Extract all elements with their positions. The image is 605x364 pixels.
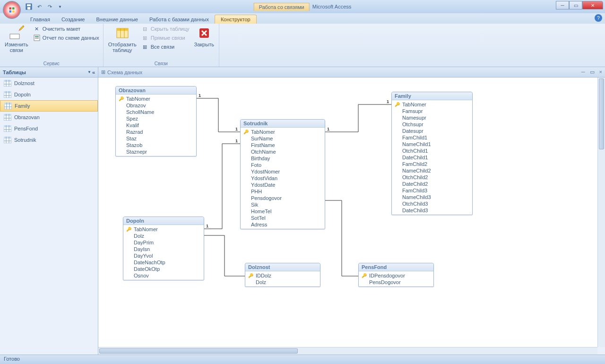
field-row[interactable]: DayYvol [125,252,202,259]
tab-create[interactable]: Создание [56,15,91,24]
show-table-button[interactable]: Отобразить таблицу [106,25,138,54]
tab-home[interactable]: Главная [25,15,56,24]
hscroll-thumb[interactable] [99,348,298,354]
nav-item-dopoln[interactable]: Dopoln [0,89,98,100]
field-row[interactable]: DateNachOtp [125,259,202,266]
field-row[interactable]: DateChild1 [394,154,470,161]
field-row[interactable]: Pensdogovor [242,195,323,201]
nav-collapse-icon[interactable]: « [92,69,95,75]
field-row[interactable]: 🔑TabNomer [394,101,470,108]
nav-item-pensfond[interactable]: PensFond [0,123,98,134]
field-row[interactable]: NameChild1 [394,141,470,147]
qat-dropdown-icon[interactable]: ▼ [56,2,64,11]
field-row[interactable]: OtchChild1 [394,147,470,154]
vscroll-thumb[interactable] [599,78,604,149]
field-row[interactable]: Foto [242,162,323,168]
field-row[interactable]: DayIsn [125,246,202,252]
field-row[interactable]: SchollName [118,109,194,115]
nav-item-dolznost[interactable]: Dolznost [0,78,98,89]
field-row[interactable]: DateChild2 [394,181,470,187]
field-row[interactable]: Staz [118,135,194,142]
close-relationships-button[interactable]: Закрыть [192,25,216,48]
field-row[interactable]: HomeTel [242,208,323,215]
field-row[interactable]: SotTel [242,215,323,221]
close-button[interactable]: ✕ [582,1,603,9]
field-row[interactable]: YdostDate [242,182,323,188]
field-row[interactable]: 🔑IDPensdogovor [361,272,432,279]
table-header[interactable]: Dopoln [123,217,204,225]
relationship-report-button[interactable]: Отчет по схеме данных [32,34,100,42]
field-row[interactable]: FamChild3 [394,187,470,194]
edit-relationships-button[interactable]: Изменить связи [3,25,30,54]
relationships-canvas[interactable]: 111111 Obrazovan🔑TabNomerObrazovSchollNa… [98,78,597,347]
vertical-scrollbar[interactable] [597,78,605,347]
field-row[interactable]: DateChild3 [394,207,470,214]
field-row[interactable]: 🔑TabNomer [125,226,202,233]
undo-icon[interactable]: ↶ [35,2,43,11]
field-row[interactable]: Stazob [118,142,194,148]
field-row[interactable]: PensDogovor [361,279,432,286]
clear-layout-button[interactable]: ✕Очистить макет [32,25,100,33]
field-row[interactable]: Dolz [247,279,318,286]
field-row[interactable]: DateOkOtp [125,266,202,272]
tab-design[interactable]: Конструктор [215,15,257,24]
field-row[interactable]: Namesupr [394,114,470,121]
field-row[interactable]: Otchsupr [394,121,470,128]
field-row[interactable]: Razrad [118,129,194,135]
table-header[interactable]: Family [392,92,472,100]
table-dolznost[interactable]: Dolznost🔑IDDolzDolz [245,263,320,287]
tab-dbtools[interactable]: Работа с базами данных [144,15,215,24]
field-row[interactable]: YdostNomer [242,168,323,175]
table-header[interactable]: Sotrudnik [241,120,325,128]
minimize-button[interactable]: ─ [556,1,569,9]
field-row[interactable]: Dolz [125,233,202,239]
field-row[interactable]: Osnov [125,272,202,279]
nav-item-sotrudnik[interactable]: Sotrudnik [0,134,98,146]
field-row[interactable]: NameChild3 [394,194,470,200]
field-row[interactable]: Birthday [242,155,323,162]
help-button[interactable]: ? [595,14,602,22]
field-row[interactable]: Kvalif [118,122,194,129]
field-row[interactable]: 🔑TabNomer [118,95,194,102]
table-dopoln[interactable]: Dopoln🔑TabNomerDolzDayPrimDayIsnDayYvolD… [123,217,204,280]
maximize-button[interactable]: ▭ [569,1,582,9]
all-relationships-button[interactable]: ⊞Все связи [140,43,190,51]
nav-header[interactable]: Таблицы ▼« [0,67,98,78]
field-row[interactable]: 🔑IDDolz [247,272,318,279]
table-header[interactable]: PensFond [359,263,433,271]
field-row[interactable]: Datesupr [394,128,470,134]
doc-close-icon[interactable]: × [599,69,602,75]
field-row[interactable]: 🔑TabNomer [242,129,323,135]
office-button[interactable] [3,1,21,19]
field-row[interactable]: SurName [242,135,323,142]
field-row[interactable]: Spez [118,115,194,122]
field-row[interactable]: YdostVidan [242,175,323,182]
field-row[interactable]: Staznepr [118,148,194,155]
field-row[interactable]: OtchChild2 [394,174,470,181]
field-row[interactable]: NameChild2 [394,167,470,174]
nav-dropdown-icon[interactable]: ▼ [87,70,91,74]
nav-item-family[interactable]: Family [0,100,98,112]
field-row[interactable]: FamChild2 [394,161,470,167]
document-tab[interactable]: ⊞ Схема данных ─ ▭ × [98,67,605,78]
field-row[interactable]: Famsupr [394,108,470,114]
field-row[interactable]: OtchName [242,148,323,155]
table-pensfond[interactable]: PensFond🔑IDPensdogovorPensDogovor [358,263,434,287]
table-obrazovan[interactable]: Obrazovan🔑TabNomerObrazovSchollNameSpezK… [115,86,197,156]
table-header[interactable]: Dolznost [245,263,320,271]
field-row[interactable]: Adress [242,221,323,228]
field-row[interactable]: DayPrim [125,239,202,246]
field-row[interactable]: FirstName [242,142,323,148]
field-row[interactable]: FamChild1 [394,134,470,141]
doc-restore-icon[interactable]: ▭ [590,69,595,75]
field-row[interactable]: PHH [242,188,323,195]
redo-icon[interactable]: ↷ [45,2,54,11]
table-header[interactable]: Obrazovan [116,87,196,95]
field-row[interactable]: Obrazov [118,102,194,109]
field-row[interactable]: Sik [242,201,323,208]
table-family[interactable]: Family🔑TabNomerFamsuprNamesuprOtchsuprDa… [391,92,473,215]
table-sotrudnik[interactable]: Sotrudnik🔑TabNomerSurNameFirstNameOtchNa… [240,119,325,229]
tab-external[interactable]: Внешние данные [91,15,144,24]
save-icon[interactable] [25,2,33,11]
nav-item-obrazovan[interactable]: Obrazovan [0,112,98,123]
